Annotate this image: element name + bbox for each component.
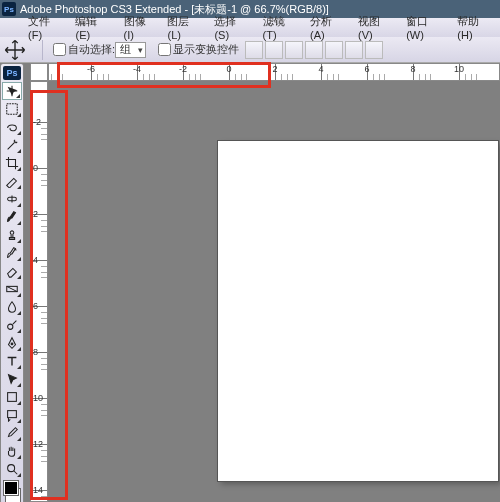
history-brush-tool[interactable] xyxy=(2,244,22,262)
dodge-tool[interactable] xyxy=(2,316,22,334)
shape-tool[interactable] xyxy=(2,388,22,406)
align-btn-6[interactable] xyxy=(345,41,363,59)
svg-point-3 xyxy=(8,324,13,329)
ps-icon: Ps xyxy=(2,2,16,16)
align-btn-3[interactable] xyxy=(285,41,303,59)
document-region: -8-6-4-202468101214161820 -2024681012141… xyxy=(30,63,500,502)
show-transform-checkbox[interactable] xyxy=(158,43,171,56)
color-swatches[interactable] xyxy=(3,480,21,502)
move-tool-icon xyxy=(4,39,26,61)
crop-tool[interactable] xyxy=(2,154,22,172)
lasso-tool[interactable] xyxy=(2,118,22,136)
stamp-tool[interactable] xyxy=(2,226,22,244)
auto-select-combo[interactable]: 组 xyxy=(115,42,146,58)
notes-tool[interactable] xyxy=(2,406,22,424)
menu-filter[interactable]: 滤镜(T) xyxy=(257,14,304,41)
horizontal-ruler[interactable]: -8-6-4-202468101214161820 xyxy=(48,63,500,81)
canvas-area[interactable] xyxy=(48,81,500,502)
menu-help[interactable]: 帮助(H) xyxy=(451,14,500,41)
auto-select-checkbox[interactable] xyxy=(53,43,66,56)
menu-bar: 文件(F) 编辑(E) 图像(I) 图层(L) 选择(S) 滤镜(T) 分析(A… xyxy=(0,18,500,37)
align-btn-7[interactable] xyxy=(365,41,383,59)
workspace: Ps -8-6-4-202468101214161820 -2024681012… xyxy=(0,63,500,502)
eraser-tool[interactable] xyxy=(2,262,22,280)
menu-select[interactable]: 选择(S) xyxy=(208,14,256,41)
tool-palette: Ps xyxy=(0,63,24,502)
vertical-ruler[interactable]: -2024681012141618 xyxy=(30,81,48,502)
slice-tool[interactable] xyxy=(2,172,22,190)
path-select-tool[interactable] xyxy=(2,370,22,388)
separator xyxy=(42,40,43,60)
show-transform-label: 显示变换控件 xyxy=(173,42,239,57)
align-btn-4[interactable] xyxy=(305,41,323,59)
type-tool[interactable] xyxy=(2,352,22,370)
align-buttons xyxy=(245,41,383,59)
marquee-tool[interactable] xyxy=(2,100,22,118)
move-tool[interactable] xyxy=(2,82,22,100)
menu-analysis[interactable]: 分析(A) xyxy=(304,14,352,41)
svg-rect-5 xyxy=(8,393,17,402)
ruler-origin[interactable] xyxy=(30,63,48,81)
menu-image[interactable]: 图像(I) xyxy=(118,14,162,41)
gradient-tool[interactable] xyxy=(2,280,22,298)
foreground-color-swatch[interactable] xyxy=(4,481,18,495)
align-btn-5[interactable] xyxy=(325,41,343,59)
brush-tool[interactable] xyxy=(2,208,22,226)
menu-view[interactable]: 视图(V) xyxy=(352,14,400,41)
palette-header-icon[interactable]: Ps xyxy=(3,66,21,80)
auto-select-label: 自动选择: xyxy=(68,42,115,57)
align-btn-2[interactable] xyxy=(265,41,283,59)
zoom-tool[interactable] xyxy=(2,460,22,478)
svg-point-7 xyxy=(8,465,15,472)
document-canvas[interactable] xyxy=(218,141,498,481)
svg-point-4 xyxy=(11,343,13,345)
hand-tool[interactable] xyxy=(2,442,22,460)
align-btn-1[interactable] xyxy=(245,41,263,59)
svg-rect-6 xyxy=(8,411,17,418)
pen-tool[interactable] xyxy=(2,334,22,352)
blur-tool[interactable] xyxy=(2,298,22,316)
wand-tool[interactable] xyxy=(2,136,22,154)
menu-window[interactable]: 窗口(W) xyxy=(400,14,451,41)
healing-tool[interactable] xyxy=(2,190,22,208)
menu-file[interactable]: 文件(F) xyxy=(22,14,69,41)
auto-select-value: 组 xyxy=(120,42,131,57)
menu-layer[interactable]: 图层(L) xyxy=(161,14,208,41)
eyedropper-tool[interactable] xyxy=(2,424,22,442)
menu-edit[interactable]: 编辑(E) xyxy=(69,14,117,41)
svg-rect-0 xyxy=(7,104,18,115)
